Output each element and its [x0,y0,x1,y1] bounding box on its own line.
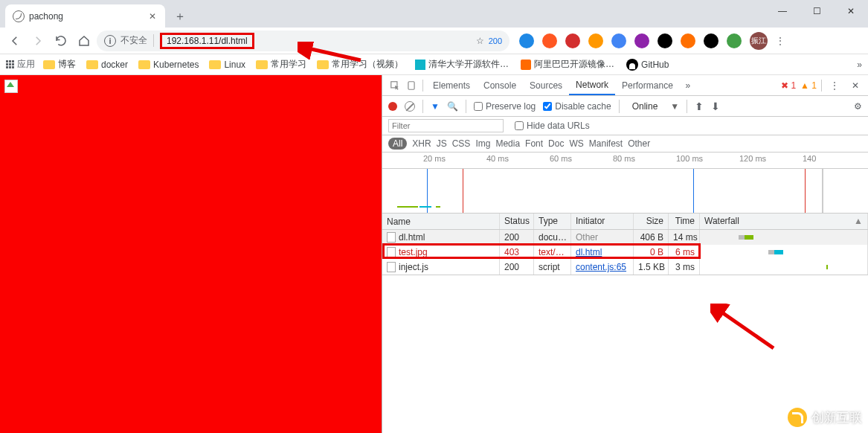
new-tab-button[interactable]: ＋ [170,6,190,27]
folder-icon [209,60,221,69]
devtools-menu-icon[interactable]: ⋮ [826,80,843,91]
device-mode-icon[interactable] [403,80,419,91]
bookmark-label: Linux [224,60,245,70]
col-time[interactable]: Time [669,214,700,229]
col-waterfall[interactable]: Waterfall▲ [700,214,868,229]
error-count: 1 [791,80,796,91]
bookmark-folder[interactable]: docker [83,58,132,71]
bookmark-github[interactable]: GitHub [623,59,672,71]
throttle-select[interactable]: Online [627,100,663,113]
extension-icon[interactable] [634,33,649,48]
extension-icon[interactable] [704,33,718,48]
filter-type-js[interactable]: JS [437,138,447,149]
table-row[interactable]: inject.js200scriptcontent.js:651.5 KB3 m… [382,260,868,275]
col-status[interactable]: Status [500,214,534,229]
bookmark-star-icon[interactable]: ☆ [476,36,484,46]
filter-type-font[interactable]: Font [525,138,543,149]
cell-time: 3 ms [669,260,700,275]
clear-button[interactable] [405,101,415,112]
extension-icon[interactable] [519,33,534,48]
cell-status: 200 [500,260,534,275]
extension-icon[interactable] [658,33,672,48]
error-badge[interactable]: ✖ 1 [781,80,796,91]
more-tabs-button[interactable]: » [680,80,696,91]
file-icon [387,232,396,243]
bookmark-label: 博客 [58,58,76,71]
extension-icon[interactable] [542,33,557,48]
devtools-tab-elements[interactable]: Elements [426,76,477,95]
extension-icon[interactable] [611,33,626,48]
extension-icon[interactable] [588,33,603,48]
devtools-tab-performance[interactable]: Performance [615,76,680,95]
page-viewport [0,75,382,433]
warn-badge[interactable]: ▲ 1 [800,80,817,91]
minimize-button[interactable]: — [765,0,800,22]
bookmark-aliyun[interactable]: 阿里巴巴开源镜像… [517,58,618,71]
bookmark-folder[interactable]: 博客 [39,58,80,71]
bookmark-folder[interactable]: Linux [205,58,249,71]
home-button[interactable] [74,31,94,51]
close-tab-icon[interactable]: ✕ [147,11,158,22]
browser-tab[interactable]: pachong ✕ [5,4,165,28]
col-size[interactable]: Size [634,214,669,229]
col-initiator[interactable]: Initiator [571,214,634,229]
extension-icon[interactable] [681,33,695,48]
devtools-tab-console[interactable]: Console [477,76,523,95]
extension-icon[interactable] [565,33,580,48]
inspect-icon[interactable] [387,80,403,91]
dropdown-icon[interactable]: ▼ [670,101,679,112]
upload-icon[interactable]: ⬆ [695,100,704,112]
col-name[interactable]: Name [382,214,500,229]
network-toolbar: ▼ 🔍 Preserve log Disable cache Online ▼ … [382,96,868,117]
hide-data-urls-checkbox[interactable]: Hide data URLs [515,121,590,131]
filter-type-ws[interactable]: WS [569,138,583,149]
download-icon[interactable]: ⬇ [711,100,720,112]
settings-gear-icon[interactable]: ⚙ [854,101,862,112]
bookmarks-overflow-button[interactable]: » [857,60,862,70]
info-icon[interactable]: i [104,35,116,47]
devtools-tab-sources[interactable]: Sources [523,76,569,95]
filter-type-all[interactable]: All [388,138,407,150]
folder-icon [256,60,268,69]
back-button[interactable] [4,31,25,51]
devtools-tab-bar: ElementsConsoleSourcesNetworkPerformance… [382,75,868,96]
bookmark-tsinghua[interactable]: 清华大学开源软件… [411,58,512,71]
chrome-menu-button[interactable]: ⋮ [770,36,791,46]
filter-type-xhr[interactable]: XHR [412,138,431,149]
reload-button[interactable] [51,31,71,51]
forward-button[interactable] [28,31,48,51]
window-controls: — ☐ ✕ [765,0,868,22]
timeline-tick: 100 ms [676,154,703,163]
col-type[interactable]: Type [534,214,571,229]
disable-cache-checkbox[interactable]: Disable cache [543,101,611,112]
timeline-overview[interactable] [382,169,868,214]
record-button[interactable] [388,102,397,111]
maximize-button[interactable]: ☐ [800,0,834,22]
status-pill: 200 [489,36,502,45]
apps-button[interactable]: 应用 [6,58,35,71]
close-window-button[interactable]: ✕ [834,0,868,22]
filter-type-doc[interactable]: Doc [548,138,564,149]
cell-time: 14 ms [669,230,700,245]
filter-type-css[interactable]: CSS [452,138,471,149]
chrome-tab-strip: pachong ✕ ＋ — ☐ ✕ [0,0,868,28]
search-icon[interactable]: 🔍 [447,101,458,112]
devtools-close-icon[interactable]: ✕ [847,80,864,91]
filter-type-manifest[interactable]: Manifest [589,138,623,149]
table-row[interactable]: dl.html200docu…Other406 B14 ms [382,230,868,245]
filter-type-media[interactable]: Media [495,138,520,149]
filter-type-other[interactable]: Other [628,138,650,149]
cell-initiator[interactable]: content.js:65 [571,260,634,275]
filter-toggle-icon[interactable]: ▼ [431,101,440,112]
cell-initiator[interactable]: Other [571,230,634,245]
filter-type-img[interactable]: Img [475,138,490,149]
filter-input[interactable] [388,119,504,132]
preserve-log-checkbox[interactable]: Preserve log [474,101,536,112]
site-icon [521,60,531,70]
timeline-tick: 80 ms [613,154,635,163]
extension-icon[interactable] [727,33,742,48]
profile-avatar[interactable]: 振江 [750,32,768,50]
bookmark-folder[interactable]: Kubernetes [135,58,202,71]
folder-icon [43,60,55,69]
devtools-tab-network[interactable]: Network [569,76,615,95]
